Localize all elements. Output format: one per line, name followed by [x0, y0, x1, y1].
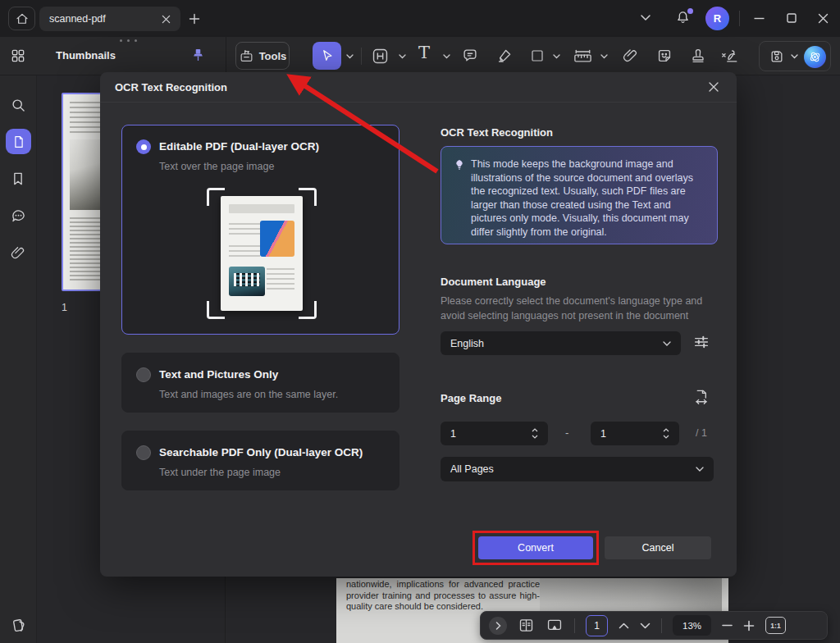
notification-dot [687, 8, 693, 14]
pages-mode-select[interactable]: All Pages [441, 457, 714, 481]
shape-tool-button[interactable] [530, 48, 545, 63]
page-range-heading: Page Range [441, 392, 501, 404]
document-tab[interactable]: scanned-pdf [39, 7, 180, 31]
info-box: This mode keeps the background image and… [441, 146, 718, 244]
page-to-value: 1 [600, 428, 663, 440]
actual-size-button[interactable]: 1:1 [765, 617, 786, 634]
comments-nav-button[interactable] [10, 207, 27, 225]
range-separator: - [565, 426, 568, 439]
zoom-level-input[interactable]: 13% [673, 615, 711, 636]
search-nav-button[interactable] [10, 97, 27, 114]
tab-close-icon[interactable] [162, 15, 171, 24]
pages-mode-value: All Pages [450, 463, 696, 475]
chevron-down-icon [696, 467, 704, 472]
presentation-mode-button[interactable] [546, 617, 564, 634]
pin-panel-button[interactable] [190, 46, 206, 64]
text-tool-button[interactable]: T [418, 44, 430, 62]
chevron-down-icon [640, 14, 651, 21]
zoom-in-button[interactable] [743, 620, 755, 632]
info-text: This mode keeps the background image and… [471, 157, 709, 239]
home-button[interactable] [8, 7, 35, 30]
language-select[interactable]: English [441, 331, 681, 355]
stepper-buttons[interactable] [532, 428, 538, 439]
text-tool-dropdown-icon[interactable] [443, 54, 450, 59]
document-text: nationwide, implications for advanced pr… [346, 579, 540, 613]
minimize-button[interactable] [745, 5, 773, 31]
attachment-tool-button[interactable] [622, 47, 639, 65]
sticker-tool-button[interactable] [655, 47, 673, 65]
titlebar-divider [739, 11, 740, 26]
illustration-page [221, 196, 303, 311]
current-page-input[interactable]: 1 [586, 615, 608, 636]
titlebar-dropdown-button[interactable] [640, 14, 651, 21]
next-page-button[interactable] [640, 622, 651, 629]
heading-tool-dropdown-icon[interactable] [399, 54, 406, 59]
signature-tool-button[interactable] [719, 47, 741, 65]
ai-assistant-button[interactable] [804, 46, 826, 68]
dialog-close-button[interactable] [705, 79, 722, 95]
radio-unselected-icon[interactable] [136, 367, 151, 382]
language-settings-button[interactable] [692, 333, 710, 351]
title-bar: scanned-pdf R [0, 0, 840, 37]
account-avatar[interactable]: R [705, 7, 729, 30]
notifications-button[interactable] [674, 9, 692, 27]
heading-tool-button[interactable] [371, 47, 390, 66]
shape-tool-dropdown-icon[interactable] [553, 54, 560, 59]
toolbar-separator [574, 618, 575, 633]
zoom-out-button[interactable] [722, 624, 733, 627]
thumbnail-page-number: 1 [62, 302, 67, 313]
illustration-keyboard-photo [229, 267, 265, 296]
page-layout-button[interactable] [518, 617, 535, 634]
stamp-tool-button[interactable] [689, 47, 707, 65]
scan-illustration [200, 185, 323, 322]
templates-nav-button[interactable] [10, 617, 28, 635]
attachments-nav-button[interactable] [10, 244, 26, 262]
page-range-icon[interactable] [692, 388, 711, 407]
stepper-buttons[interactable] [663, 428, 669, 439]
measure-tool-button[interactable] [572, 47, 594, 65]
comment-tool-button[interactable] [461, 47, 479, 65]
maximize-icon [787, 13, 797, 23]
option-subtitle: Text over the page image [159, 161, 274, 172]
ai-atom-icon [807, 49, 823, 65]
chevron-down-icon [663, 341, 671, 346]
ocr-dialog: OCR Text Recognition Editable PDF (Dual-… [100, 72, 737, 577]
highlighter-tool-button[interactable] [495, 47, 514, 65]
close-window-button[interactable] [809, 5, 837, 31]
expand-toolbar-button[interactable] [489, 617, 507, 635]
previous-page-button[interactable] [619, 622, 629, 629]
dialog-title: OCR Text Recognition [115, 81, 705, 93]
panel-drag-handle[interactable] [120, 39, 137, 42]
convert-button[interactable]: Convert [478, 536, 593, 559]
page-total-label: / 1 [696, 427, 707, 439]
tab-title: scanned-pdf [49, 13, 155, 25]
toolbar-separator [661, 618, 662, 633]
page-to-input[interactable]: 1 [591, 422, 679, 445]
radio-selected-icon[interactable] [136, 139, 151, 154]
lightbulb-icon [453, 158, 466, 172]
option-editable-pdf[interactable]: Editable PDF (Dual-layer OCR) Text over … [121, 125, 399, 335]
option-title: Editable PDF (Dual-layer OCR) [159, 140, 319, 153]
option-text-pictures-only[interactable]: Text and Pictures Only Text and images a… [121, 353, 399, 413]
select-tool-dropdown-icon[interactable] [346, 54, 354, 59]
save-icon[interactable] [769, 48, 785, 65]
option-title: Text and Pictures Only [159, 368, 278, 381]
apps-grid-button[interactable] [10, 48, 26, 64]
cursor-icon [319, 48, 336, 64]
page-from-input[interactable]: 1 [441, 422, 548, 445]
cancel-button[interactable]: Cancel [605, 536, 711, 559]
toolbar-separator [361, 48, 362, 65]
document-photo [540, 578, 722, 611]
illustration-picture [260, 221, 294, 257]
maximize-button[interactable] [778, 5, 806, 31]
tools-button[interactable]: Tools [235, 42, 290, 70]
option-searchable-pdf[interactable]: Searchable PDF Only (Dual-layer OCR) Tex… [121, 431, 399, 490]
language-helper-text: Please correctly select the document's l… [441, 294, 711, 323]
radio-unselected-icon[interactable] [136, 445, 151, 460]
new-tab-button[interactable] [187, 11, 202, 26]
select-tool-button[interactable] [313, 42, 341, 70]
bookmarks-nav-button[interactable] [10, 171, 26, 187]
thumbnails-nav-button[interactable] [6, 129, 31, 154]
save-dropdown-icon[interactable] [791, 54, 798, 59]
measure-tool-dropdown-icon[interactable] [600, 54, 608, 59]
